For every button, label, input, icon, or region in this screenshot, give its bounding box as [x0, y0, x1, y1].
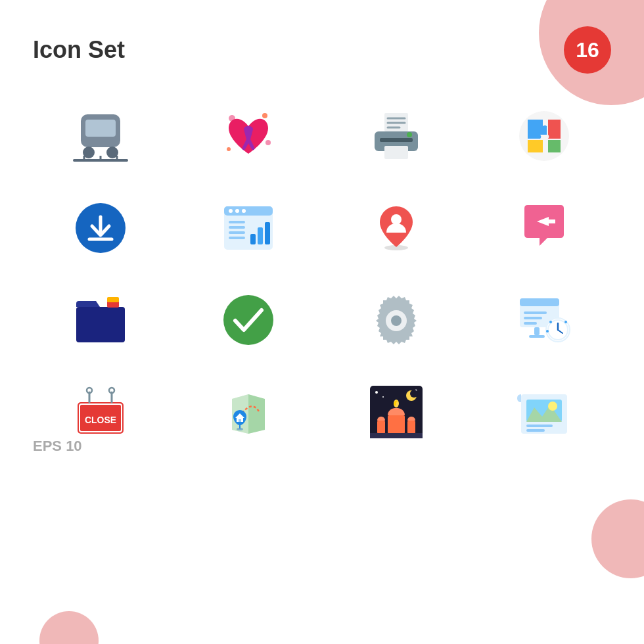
- svg-point-25: [229, 209, 233, 213]
- monitor-time-icon-cell: [476, 284, 611, 356]
- puzzle-icon-cell: [476, 100, 611, 172]
- svg-point-61: [87, 388, 92, 393]
- settings-icon: [360, 284, 432, 356]
- svg-rect-17: [380, 138, 413, 142]
- ribbon-heart-icon-cell: [181, 100, 315, 172]
- svg-rect-32: [250, 234, 256, 244]
- svg-rect-45: [524, 311, 547, 314]
- header: Icon Set 16: [33, 26, 611, 74]
- ribbon-heart-icon: [212, 100, 285, 172]
- share-chat-icon-cell: [476, 192, 611, 264]
- svg-point-62: [109, 388, 114, 393]
- decorative-blob-bottom-right: [591, 499, 644, 578]
- decorative-blob-bottom-left: [39, 611, 99, 644]
- location-person-icon-cell: [329, 192, 463, 264]
- map-home-icon-cell: [181, 376, 315, 448]
- map-home-icon: [212, 376, 285, 448]
- svg-rect-34: [265, 222, 270, 244]
- svg-rect-29: [229, 226, 245, 229]
- checkmark-icon: [212, 284, 285, 356]
- page-title: Icon Set: [33, 36, 125, 64]
- svg-point-10: [265, 140, 271, 145]
- svg-point-27: [242, 209, 246, 213]
- svg-point-19: [407, 132, 412, 137]
- analytics-icon-cell: [181, 192, 315, 264]
- svg-rect-30: [229, 231, 245, 234]
- monitor-time-icon: [508, 284, 580, 356]
- icon-grid: CLOSE: [33, 100, 611, 448]
- svg-rect-33: [258, 227, 263, 244]
- svg-point-11: [227, 147, 231, 151]
- download-icon: [64, 192, 137, 264]
- blueprint-icon-cell: [476, 376, 611, 448]
- svg-point-68: [375, 391, 378, 394]
- svg-rect-82: [526, 429, 545, 432]
- download-icon-cell: [33, 192, 168, 264]
- svg-point-80: [548, 402, 557, 411]
- mosque-icon: [360, 376, 432, 448]
- puzzle-icon: [508, 100, 580, 172]
- svg-point-72: [410, 390, 418, 398]
- settings-icon-cell: [329, 284, 463, 356]
- printer-icon-cell: [329, 100, 463, 172]
- analytics-icon: [212, 192, 285, 264]
- train-icon: [64, 100, 137, 172]
- svg-point-42: [391, 315, 402, 326]
- svg-rect-81: [526, 425, 553, 427]
- svg-rect-1: [85, 120, 116, 137]
- svg-rect-37: [76, 307, 125, 342]
- svg-rect-75: [377, 421, 385, 434]
- svg-point-57: [546, 330, 549, 333]
- svg-point-55: [549, 321, 552, 323]
- svg-rect-44: [520, 298, 559, 306]
- svg-point-56: [564, 321, 567, 323]
- svg-point-36: [391, 214, 402, 225]
- location-person-icon: [360, 192, 432, 264]
- train-icon-cell: [33, 100, 168, 172]
- svg-rect-31: [229, 237, 245, 239]
- svg-rect-28: [229, 221, 245, 223]
- printer-icon: [360, 100, 432, 172]
- mosque-icon-cell: [329, 376, 463, 448]
- checkmark-icon-cell: [181, 284, 315, 356]
- svg-rect-39: [107, 297, 119, 302]
- svg-point-40: [223, 295, 273, 345]
- svg-rect-46: [524, 317, 542, 319]
- svg-rect-66: [239, 419, 241, 422]
- svg-rect-49: [529, 335, 545, 338]
- svg-point-20: [519, 111, 569, 161]
- svg-rect-76: [407, 421, 415, 434]
- svg-point-26: [235, 209, 239, 213]
- svg-rect-73: [388, 415, 405, 434]
- svg-point-70: [382, 396, 384, 398]
- svg-rect-18: [384, 146, 408, 159]
- folder-icon-cell: [33, 284, 168, 356]
- svg-rect-48: [534, 327, 540, 335]
- svg-point-65: [237, 428, 243, 430]
- share-chat-icon: [508, 192, 580, 264]
- badge-count: 16: [564, 26, 611, 74]
- svg-rect-47: [524, 322, 537, 325]
- svg-rect-77: [370, 433, 423, 438]
- blueprint-icon: [508, 376, 580, 448]
- footer-label: EPS 10: [33, 438, 82, 455]
- svg-text:CLOSE: CLOSE: [84, 415, 116, 425]
- folder-icon: [64, 284, 137, 356]
- svg-point-9: [262, 113, 267, 118]
